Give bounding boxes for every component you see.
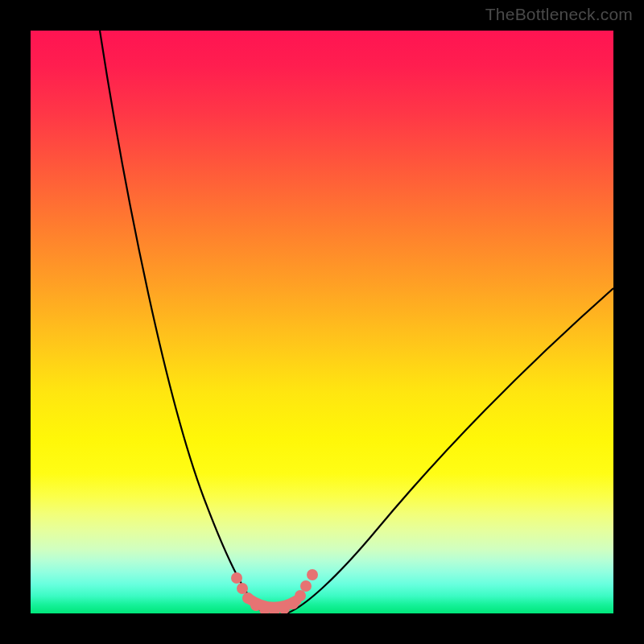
svg-point-1 [237,583,248,594]
svg-point-9 [300,580,312,592]
plot-area [31,31,613,613]
bottleneck-right-curve [287,288,613,613]
bottleneck-left-curve [100,31,264,613]
watermark-text: TheBottleneck.com [485,5,633,24]
trough-highlight [231,569,318,613]
chart-frame: TheBottleneck.com [0,0,644,644]
curve-layer [31,31,613,613]
svg-point-0 [231,572,242,584]
svg-point-10 [307,569,318,580]
